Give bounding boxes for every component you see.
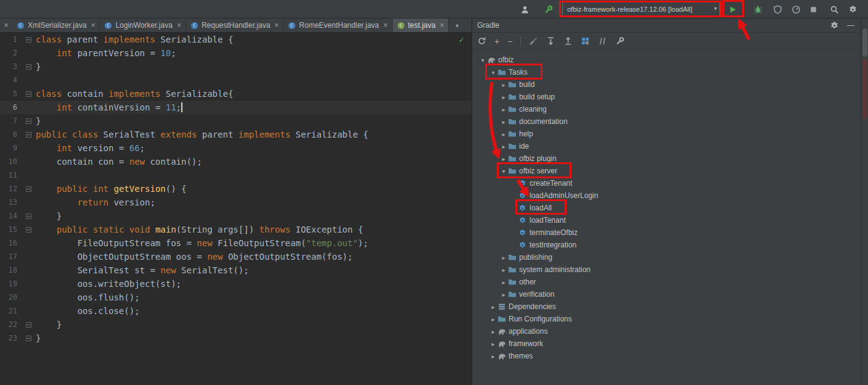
code-line-23[interactable]: 23−} (0, 331, 472, 345)
gradle-node-system-administration[interactable]: ▸system administration (472, 263, 861, 276)
gradle-node-loadall[interactable]: loadAll (472, 202, 861, 214)
tab-list-dropdown-icon[interactable]: ▾ (449, 19, 465, 32)
toggle-offline-icon[interactable] (598, 36, 607, 46)
chevron-right-icon[interactable]: ▸ (499, 118, 508, 125)
settings-icon[interactable] (846, 2, 859, 16)
code-text[interactable]: oos.writeObject(st); (36, 277, 472, 291)
profiler-button[interactable] (789, 2, 803, 16)
code-text[interactable]: public int getVersion() { (36, 182, 472, 196)
chevron-down-icon[interactable]: ▾ (478, 57, 487, 64)
chevron-right-icon[interactable]: ▸ (499, 155, 508, 162)
code-line-7[interactable]: 7−} (0, 114, 472, 128)
code-line-17[interactable]: 17 ObjectOutputStream oos = new ObjectOu… (0, 250, 472, 263)
scrollbar-thumb[interactable] (862, 28, 867, 57)
code-line-22[interactable]: 22− } (0, 318, 472, 331)
gradle-node-testintegration[interactable]: testIntegration (472, 239, 861, 251)
code-line-18[interactable]: 18 SerialTest st = new SerialTest(); (0, 263, 472, 277)
gradle-node-run-configurations[interactable]: ▸Run Configurations (472, 313, 861, 325)
search-icon[interactable] (827, 2, 841, 16)
gradle-node-applications[interactable]: ▸applications (472, 325, 861, 337)
code-line-16[interactable]: 16 FileOutputStream fos = new FileOutput… (0, 236, 472, 250)
gradle-node-other[interactable]: ▸other (472, 276, 861, 288)
run-button[interactable] (726, 2, 739, 16)
fold-marker-icon[interactable]: − (17, 318, 36, 331)
user-icon[interactable] (518, 2, 531, 16)
gradle-node-tasks[interactable]: ▾Tasks (472, 66, 861, 78)
chevron-right-icon[interactable]: ▸ (499, 143, 508, 150)
build-icon[interactable] (541, 2, 555, 16)
code-text[interactable]: oos.flush(); (36, 291, 472, 304)
gradle-node-documentation[interactable]: ▸documentation (472, 115, 861, 128)
code-line-3[interactable]: 3−} (0, 60, 472, 73)
fold-marker-icon[interactable]: − (17, 223, 36, 236)
gradle-node-loadtenant[interactable]: loadTenant (472, 214, 861, 226)
code-text[interactable]: } (36, 60, 472, 73)
gradle-node-themes[interactable]: ▸themes (472, 350, 861, 362)
gradle-node-build[interactable]: ▸build (472, 78, 861, 91)
code-text[interactable]: int version = 66; (36, 141, 472, 155)
refresh-icon[interactable] (477, 36, 486, 46)
tab-requesthandler[interactable]: C RequestHandler.java × (186, 19, 284, 32)
code-line-10[interactable]: 10 contain con = new contain(); (0, 155, 472, 168)
close-icon[interactable]: × (383, 21, 388, 30)
close-icon[interactable]: × (91, 21, 95, 30)
close-icon[interactable]: × (0, 19, 12, 32)
chevron-right-icon[interactable]: ▸ (499, 279, 508, 286)
chevron-right-icon[interactable]: ▸ (499, 254, 508, 261)
fold-marker-icon[interactable]: − (17, 114, 36, 128)
code-editor[interactable]: 1−class parent implements Serializable {… (0, 33, 472, 385)
chevron-down-icon[interactable]: ▾ (499, 168, 508, 175)
expand-all-icon[interactable] (546, 36, 555, 46)
execute-task-icon[interactable] (529, 36, 538, 46)
code-line-2[interactable]: 2 int parentVersion = 10; (0, 46, 472, 60)
chevron-down-icon[interactable]: ▾ (489, 69, 497, 76)
code-line-15[interactable]: 15− public static void main(String args[… (0, 223, 472, 236)
gradle-node-ofbiz-plugin[interactable]: ▸ofbiz plugin (472, 152, 861, 165)
tab-romeeventhandler[interactable]: C RomeEventHandler.java × (284, 19, 392, 32)
code-text[interactable]: class parent implements Serializable { (36, 33, 472, 46)
chevron-right-icon[interactable]: ▸ (499, 131, 508, 138)
fold-marker-icon[interactable]: − (17, 209, 36, 223)
code-line-1[interactable]: 1−class parent implements Serializable { (0, 33, 472, 46)
gradle-node-dependencies[interactable]: ▸Dependencies (472, 300, 861, 313)
gradle-node-ofbiz[interactable]: ▾ofbiz (472, 54, 861, 66)
code-text[interactable]: } (36, 331, 472, 345)
code-text[interactable]: public class SerialTest extends parent i… (36, 128, 472, 141)
code-text[interactable]: int parentVersion = 10; (36, 46, 472, 60)
close-icon[interactable]: × (440, 21, 444, 30)
close-icon[interactable]: × (177, 21, 181, 30)
stop-button[interactable] (806, 2, 820, 16)
code-line-19[interactable]: 19 oos.writeObject(st); (0, 277, 472, 291)
code-line-5[interactable]: 5−class contain implements Serializable{ (0, 87, 472, 101)
tab-test-java[interactable]: C test.java × (393, 19, 449, 32)
tab-xmlserializer[interactable]: C XmlSerializer.java × (12, 19, 100, 32)
group-tasks-icon[interactable] (581, 36, 590, 46)
code-line-12[interactable]: 12− public int getVersion() { (0, 182, 472, 196)
code-text[interactable]: } (36, 114, 472, 128)
gradle-node-ide[interactable]: ▸ide (472, 140, 861, 152)
code-line-6[interactable]: 6 int containVersion = 11; (0, 101, 472, 114)
gradle-node-framework[interactable]: ▸framework (472, 337, 861, 350)
chevron-right-icon[interactable]: ▸ (489, 328, 497, 335)
gradle-node-cleaning[interactable]: ▸cleaning (472, 103, 861, 115)
code-line-20[interactable]: 20 oos.flush(); (0, 291, 472, 304)
fold-marker-icon[interactable]: − (17, 33, 36, 46)
chevron-right-icon[interactable]: ▸ (489, 316, 497, 323)
chevron-right-icon[interactable]: ▸ (499, 267, 508, 273)
chevron-right-icon[interactable]: ▸ (499, 106, 508, 113)
code-line-8[interactable]: 8−public class SerialTest extends parent… (0, 128, 472, 141)
code-text[interactable]: contain con = new contain(); (36, 155, 472, 168)
chevron-right-icon[interactable]: ▸ (489, 304, 497, 310)
code-line-4[interactable]: 4 (0, 73, 472, 87)
hide-panel-icon[interactable]: — (847, 22, 854, 29)
code-line-9[interactable]: 9 int version = 66; (0, 141, 472, 155)
coverage-button[interactable] (771, 2, 784, 16)
gradle-node-help[interactable]: ▸help (472, 128, 861, 140)
gradle-node-build-setup[interactable]: ▸build setup (472, 91, 861, 103)
run-config-select[interactable]: ofbiz-framework-release17.12.06 [loadAll… (562, 2, 720, 17)
chevron-right-icon[interactable]: ▸ (499, 291, 508, 298)
fold-marker-icon[interactable]: − (17, 331, 36, 345)
code-text[interactable]: } (36, 209, 472, 223)
gradle-settings-icon[interactable] (615, 36, 624, 46)
fold-marker-icon[interactable]: − (17, 182, 36, 196)
